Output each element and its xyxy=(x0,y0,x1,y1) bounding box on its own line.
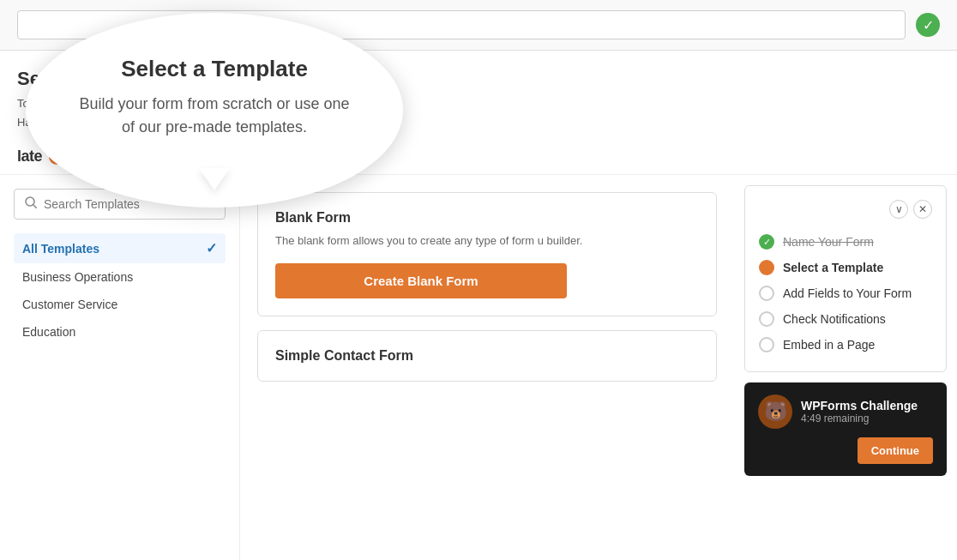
blank-form-description: The blank form allows you to create any … xyxy=(275,232,699,250)
steps-widget-header: ∨ ✕ xyxy=(759,200,932,219)
name-confirmed-icon: ✓ xyxy=(916,13,940,37)
step-text-select-template: Select a Template xyxy=(783,261,883,274)
search-templates-input[interactable] xyxy=(44,197,214,211)
challenge-info: WPForms Challenge 4:49 remaining xyxy=(801,399,933,425)
sidebar-item-education[interactable]: Education xyxy=(14,318,226,346)
content-area: All Templates ✓ Business Operations Cust… xyxy=(0,175,957,560)
hear-it-link[interactable]: ear it! xyxy=(86,116,114,129)
step-dot xyxy=(49,149,64,165)
blank-form-link[interactable]: blank form xyxy=(219,97,271,110)
challenge-time: 4:49 remaining xyxy=(801,412,933,425)
page-description: To spe... re-made templates, start with … xyxy=(17,95,940,112)
sidebar-item-label: All Templates xyxy=(22,242,99,256)
sidebar-item-business-operations[interactable]: Business Operations xyxy=(14,263,226,291)
search-icon xyxy=(25,196,37,212)
simple-contact-title: Simple Contact Form xyxy=(275,348,699,364)
create-own-link[interactable]: create your own xyxy=(286,97,366,110)
bear-avatar: 🐻 xyxy=(758,394,792,429)
top-bar: ✓ xyxy=(0,0,957,51)
search-box[interactable] xyxy=(14,189,226,220)
active-check-icon: ✓ xyxy=(206,240,217,256)
challenge-widget: 🐻 WPForms Challenge 4:49 remaining Conti… xyxy=(744,382,947,476)
step-item-select-template: Select a Template xyxy=(759,255,932,280)
template-area: Blank Form The blank form allows you to … xyxy=(240,175,734,560)
step-item-name-form: ✓ Name Your Form xyxy=(759,229,932,255)
sidebar-item-customer-service[interactable]: Customer Service xyxy=(14,291,226,318)
simple-contact-card: Simple Contact Form xyxy=(257,330,717,382)
blank-form-title: Blank Form xyxy=(275,210,699,226)
step-text-add-fields: Add Fields to Your Form xyxy=(783,286,912,300)
step-inactive-circle xyxy=(759,311,774,327)
step-inactive-circle xyxy=(759,337,774,352)
sidebar-nav: All Templates ✓ Business Operations Cust… xyxy=(14,233,226,346)
steps-widget: ∨ ✕ ✓ Name Your Form Select a Template A… xyxy=(744,185,947,372)
step-item-embed: Embed in a Page xyxy=(759,332,932,358)
sidebar: All Templates ✓ Business Operations Cust… xyxy=(0,175,240,560)
sidebar-item-label: Education xyxy=(22,325,75,339)
collapse-steps-button[interactable]: ∨ xyxy=(889,200,908,219)
step-inactive-circle xyxy=(759,286,774,301)
suggest-line: Have a sug... ear it! xyxy=(17,114,940,131)
step-bar: late xyxy=(0,139,957,175)
step-text-name-form: Name Your Form xyxy=(783,235,874,249)
create-blank-form-button[interactable]: Create Blank Form xyxy=(275,263,567,298)
challenge-title: WPForms Challenge xyxy=(801,399,933,412)
sidebar-item-label: Business Operations xyxy=(22,270,133,284)
blank-form-card: Blank Form The blank form allows you to … xyxy=(257,192,717,316)
right-panel: ∨ ✕ ✓ Name Your Form Select a Template A… xyxy=(734,175,957,560)
page-header: Se... To spe... re-made templates, start… xyxy=(0,51,957,139)
main-wrapper: ✓ Se... To spe... re-made templates, sta… xyxy=(0,0,957,560)
page-title: Se... xyxy=(17,68,940,90)
step-item-check-notifications: Check Notifications xyxy=(759,306,932,332)
close-steps-button[interactable]: ✕ xyxy=(913,200,932,219)
sidebar-item-all-templates[interactable]: All Templates ✓ xyxy=(14,233,226,263)
step-completed-icon: ✓ xyxy=(759,234,774,250)
challenge-top: 🐻 WPForms Challenge 4:49 remaining xyxy=(758,394,933,429)
step-text-check-notifications: Check Notifications xyxy=(783,312,886,326)
step-item-add-fields: Add Fields to Your Form xyxy=(759,280,932,306)
step-text-embed: Embed in a Page xyxy=(783,338,875,352)
step-label-text: late xyxy=(17,148,42,166)
svg-line-1 xyxy=(33,205,37,208)
form-name-input[interactable] xyxy=(17,10,906,39)
sidebar-item-label: Customer Service xyxy=(22,298,117,311)
step-active-dot xyxy=(759,260,774,275)
challenge-continue-button[interactable]: Continue xyxy=(858,437,933,464)
